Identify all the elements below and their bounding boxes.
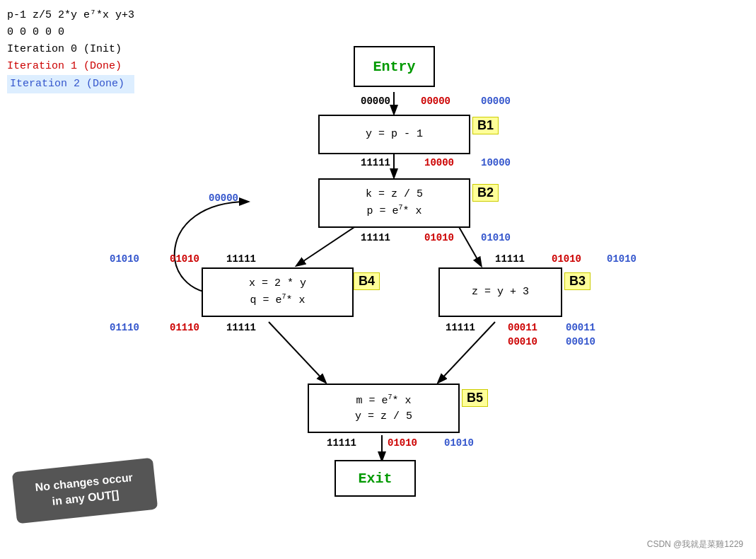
b5-block: m = e7* x y = z / 5 (308, 384, 460, 433)
b2-label: B2 (472, 184, 499, 202)
b4-line2: q = e7* x (250, 292, 305, 309)
ann-b4-below-blue: 01110 (110, 322, 139, 333)
b3-line1: z = y + 3 (472, 284, 529, 301)
ann-b4-left-blue: 01010 (110, 253, 139, 265)
b1-label: B1 (472, 117, 499, 134)
ann-b4-left-black: 11111 (226, 253, 256, 265)
b4-line1: x = 2 * y (249, 276, 306, 292)
ann-b5-below-blue: 01010 (444, 437, 474, 449)
ann-b4-below-red: 01110 (170, 322, 199, 333)
b5-label: B5 (462, 389, 488, 407)
ann-b2-right-black: 11111 (361, 232, 390, 243)
b1-line1: y = p - 1 (366, 127, 423, 143)
ann-b5-left-black: 11111 (446, 322, 475, 333)
watermark: CSDN @我就是菜雞1229 (647, 538, 743, 551)
ann-b5-left-red: 00011 (508, 322, 537, 333)
exit-label: Exit (358, 471, 392, 487)
ann-b4-below-black: 11111 (226, 322, 256, 333)
b5-line1: m = e7* x (356, 392, 411, 410)
b2-block: k = z / 5 p = e7* x (318, 178, 470, 228)
ann-entry-below-black: 00000 (361, 96, 390, 107)
b3-label: B3 (564, 272, 591, 290)
b4-block: x = 2 * y q = e7* x (202, 267, 354, 317)
ann-b5-left-red2: 00010 (508, 336, 537, 347)
ann-b2-right-red: 01010 (424, 232, 454, 243)
b2-line2: p = e7* x (366, 202, 421, 220)
exit-block: Exit (335, 460, 416, 497)
svg-line-3 (297, 223, 361, 265)
note-text: No changes occurin any OUT[] (35, 471, 134, 507)
b3-block: z = y + 3 (438, 267, 562, 317)
ann-b2-right-blue: 01010 (481, 232, 511, 243)
ann-b5-below-red: 01010 (388, 437, 417, 449)
svg-line-4 (269, 322, 325, 382)
b4-label: B4 (354, 272, 380, 290)
entry-block: Entry (354, 46, 435, 87)
ann-b3-right-blue: 01010 (607, 253, 636, 265)
b5-line2: y = z / 5 (355, 409, 412, 425)
ann-entry-below-blue: 00000 (481, 96, 511, 107)
ann-b4-left-red: 01010 (170, 253, 199, 265)
ann-entry-below-red: 00000 (421, 96, 450, 107)
ann-b1-below-blue: 10000 (481, 157, 511, 168)
ann-b1-below-red: 10000 (424, 157, 454, 168)
b1-block: y = p - 1 (318, 115, 470, 154)
ann-b3-right-black: 11111 (495, 253, 525, 265)
b2-line1: k = z / 5 (366, 187, 423, 203)
entry-label: Entry (373, 59, 415, 75)
ann-b3-right-red: 01010 (552, 253, 581, 265)
ann-b2-left-blue: 00000 (209, 192, 238, 204)
ann-b5-left-blue: 00011 (566, 322, 595, 333)
ann-b5-left-blue2: 00010 (566, 336, 595, 347)
ann-b5-below-black: 11111 (327, 437, 356, 449)
ann-b1-below-black: 11111 (361, 157, 390, 168)
